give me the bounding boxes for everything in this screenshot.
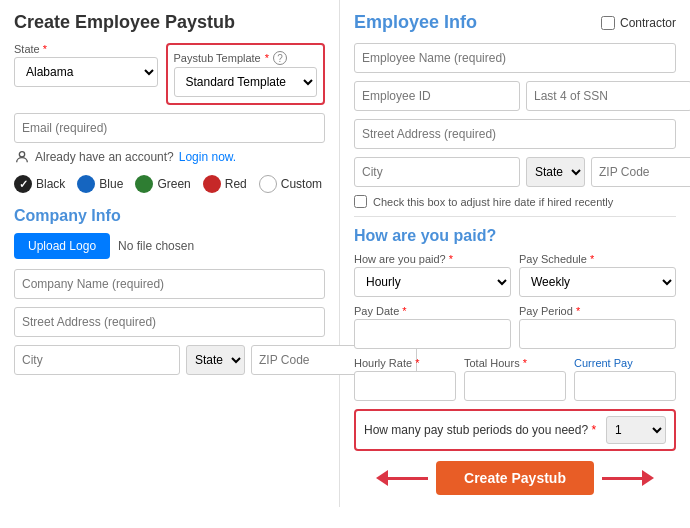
employee-zip-input[interactable] <box>591 157 690 187</box>
pay-schedule-label: Pay Schedule * <box>519 253 676 265</box>
hourly-rate-label: Hourly Rate * <box>354 357 456 369</box>
total-hours-input[interactable]: 40 <box>464 371 566 401</box>
hire-date-row: Check this box to adjust hire date if hi… <box>354 195 676 208</box>
arrow-head-right <box>642 470 654 486</box>
employee-id-ssn-row: Single Married Head of Household <box>354 81 676 111</box>
pay-period-label: Pay Period * <box>519 305 676 317</box>
upload-row: Upload Logo No file chosen <box>14 233 325 259</box>
periods-select[interactable]: 1 2 3 4 5 <box>606 416 666 444</box>
email-input[interactable] <box>14 113 325 143</box>
create-paystub-button[interactable]: Create Paystub <box>436 461 594 495</box>
pay-date-label: Pay Date * <box>354 305 511 317</box>
contractor-row: Contractor <box>601 16 676 30</box>
red-arrow <box>376 470 428 486</box>
periods-label: How many pay stub periods do you need? * <box>364 423 598 437</box>
pay-period-group: Pay Period * 05/13/2021 - 05/19/2021 <box>519 305 676 349</box>
hourly-rate-group: Hourly Rate * 20 <box>354 357 456 401</box>
login-link[interactable]: Login now. <box>179 150 236 164</box>
right-header: Employee Info Contractor <box>354 12 676 33</box>
color-row: Black Blue Green Red Custom <box>14 175 325 193</box>
state-group: State * Alabama <box>14 43 158 105</box>
contractor-label: Contractor <box>620 16 676 30</box>
current-pay-label: Current Pay <box>574 357 676 369</box>
pay-date-input[interactable]: 05/19/2021 <box>354 319 511 349</box>
current-pay-input[interactable] <box>574 371 676 401</box>
company-city-input[interactable] <box>14 345 180 375</box>
user-icon <box>14 149 30 165</box>
left-panel: Create Employee Paystub State * Alabama … <box>0 0 340 507</box>
arrow-line-right <box>602 477 642 480</box>
total-hours-group: Total Hours * 40 <box>464 357 566 401</box>
pay-method-select[interactable]: Hourly Salary Commission <box>354 267 511 297</box>
no-file-text: No file chosen <box>118 239 194 253</box>
hourly-rate-input[interactable]: 20 <box>354 371 456 401</box>
employee-street-input[interactable] <box>354 119 676 149</box>
login-row: Already have an account? Login now. <box>14 149 325 165</box>
pay-schedule-select[interactable]: Weekly Bi-Weekly Semi-Monthly Monthly <box>519 267 676 297</box>
company-street-input[interactable] <box>14 307 325 337</box>
pay-date-group: Pay Date * 05/19/2021 <box>354 305 511 349</box>
pay-method-group: How are you paid? * Hourly Salary Commis… <box>354 253 511 297</box>
arrow-line <box>388 477 428 480</box>
company-state-select[interactable]: State <box>186 345 245 375</box>
custom-dot <box>259 175 277 193</box>
current-pay-group: Current Pay <box>574 357 676 401</box>
state-template-row: State * Alabama Paystub Template * ? Sta… <box>14 43 325 105</box>
login-text: Already have an account? <box>35 150 174 164</box>
employee-name-input[interactable] <box>354 43 676 73</box>
company-section-title: Company Info <box>14 207 325 225</box>
paystub-template-label: Paystub Template * ? <box>174 51 318 65</box>
employee-id-input[interactable] <box>354 81 520 111</box>
divider <box>354 216 676 217</box>
color-blue[interactable]: Blue <box>77 175 123 193</box>
hire-date-label: Check this box to adjust hire date if hi… <box>373 196 613 208</box>
color-custom[interactable]: Custom <box>259 175 322 193</box>
upload-logo-button[interactable]: Upload Logo <box>14 233 110 259</box>
state-select[interactable]: Alabama <box>14 57 158 87</box>
contractor-checkbox[interactable] <box>601 16 615 30</box>
pay-method-label: How are you paid? * <box>354 253 511 265</box>
paystub-template-box: Paystub Template * ? Standard Template <box>166 43 326 105</box>
employee-city-state-zip: State <box>354 157 676 187</box>
employee-city-input[interactable] <box>354 157 520 187</box>
employee-info-title: Employee Info <box>354 12 477 33</box>
color-red[interactable]: Red <box>203 175 247 193</box>
ssn-input[interactable] <box>526 81 690 111</box>
state-label: State * <box>14 43 158 55</box>
employee-state-select[interactable]: State <box>526 157 585 187</box>
color-green[interactable]: Green <box>135 175 190 193</box>
svg-point-0 <box>19 152 24 157</box>
rate-hours-pay-row: Hourly Rate * 20 Total Hours * 40 Curren… <box>354 357 676 401</box>
color-black[interactable]: Black <box>14 175 65 193</box>
black-dot <box>14 175 32 193</box>
green-dot <box>135 175 153 193</box>
arrow-head <box>376 470 388 486</box>
pay-method-schedule-row: How are you paid? * Hourly Salary Commis… <box>354 253 676 297</box>
periods-row: How many pay stub periods do you need? *… <box>354 409 676 451</box>
blue-dot <box>77 175 95 193</box>
pay-date-period-row: Pay Date * 05/19/2021 Pay Period * 05/13… <box>354 305 676 349</box>
hire-date-checkbox[interactable] <box>354 195 367 208</box>
pay-schedule-group: Pay Schedule * Weekly Bi-Weekly Semi-Mon… <box>519 253 676 297</box>
total-hours-label: Total Hours * <box>464 357 566 369</box>
red-arrow-right <box>602 470 654 486</box>
company-name-input[interactable] <box>14 269 325 299</box>
company-city-state-zip: State <box>14 345 325 375</box>
create-btn-row: Create Paystub <box>354 461 676 495</box>
pay-section-title: How are you paid? <box>354 227 676 245</box>
red-dot <box>203 175 221 193</box>
page-title: Create Employee Paystub <box>14 12 325 33</box>
right-panel: Employee Info Contractor Single Married … <box>340 0 690 507</box>
info-icon[interactable]: ? <box>273 51 287 65</box>
paystub-template-select[interactable]: Standard Template <box>174 67 318 97</box>
pay-period-input[interactable]: 05/13/2021 - 05/19/2021 <box>519 319 676 349</box>
